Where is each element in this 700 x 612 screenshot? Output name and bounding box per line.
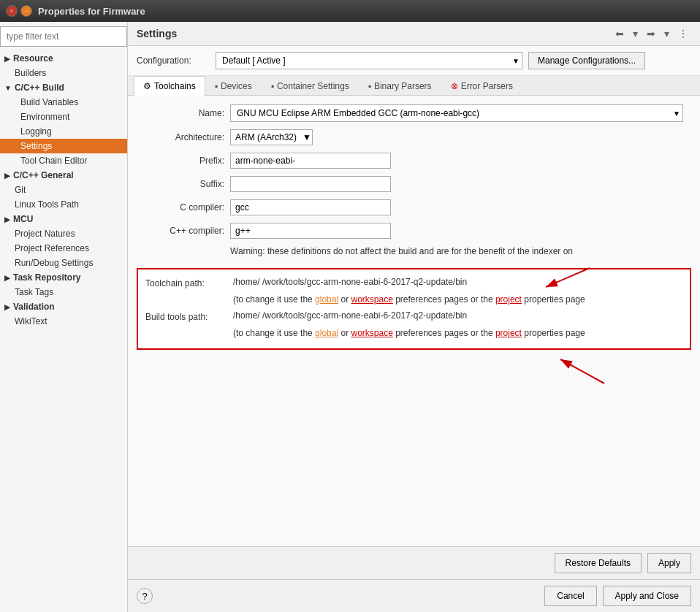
cpp-compiler-row: C++ compiler: xyxy=(137,223,691,239)
path-box-container: Toolchain path: /home/ /work/tools/gcc-a… xyxy=(137,268,691,350)
titlebar: × − Properties for Firmware xyxy=(0,0,700,22)
action-bar: ? Cancel Apply and Close xyxy=(128,579,700,612)
build-tools-path-row: Build tools path: /home/ /work/tools/gcc… xyxy=(145,310,682,322)
close-button[interactable]: × xyxy=(6,5,18,17)
window-controls[interactable]: × − xyxy=(6,5,32,17)
dropdown-forward-button[interactable]: ▾ xyxy=(661,26,672,41)
sidebar-item-logging[interactable]: Logging xyxy=(0,124,127,139)
sidebar-item-task-repository[interactable]: ▶ Task Repository xyxy=(0,270,127,285)
apply-button[interactable]: Apply xyxy=(647,553,691,573)
c-compiler-input[interactable] xyxy=(230,199,391,215)
sidebar-item-build-variables[interactable]: Build Variables xyxy=(0,95,127,110)
sidebar-item-resource[interactable]: ▶ Resource xyxy=(0,51,127,66)
forward-button[interactable]: ➡ xyxy=(644,26,658,41)
toolchain-path-label: Toolchain path: xyxy=(145,277,233,288)
triangle-icon: ▶ xyxy=(4,172,10,180)
triangle-icon: ▶ xyxy=(4,303,10,311)
sidebar-item-run-debug[interactable]: Run/Debug Settings xyxy=(0,256,127,270)
tab-container-settings[interactable]: ▪ Container Settings xyxy=(262,76,359,96)
toolchain-path-hint: (to change it use the global or workspac… xyxy=(145,294,682,305)
header-icons: ⬅ ▾ ➡ ▾ ⋮ xyxy=(612,26,691,41)
architecture-select[interactable]: ARM (AArch32) xyxy=(230,129,313,145)
suffix-row: Suffix: xyxy=(137,176,691,192)
toolchain-path-value: /home/ /work/tools/gcc-arm-none-eabi-6-2… xyxy=(233,277,467,287)
window-title: Properties for Firmware xyxy=(38,6,145,17)
restore-defaults-button[interactable]: Restore Defaults xyxy=(555,553,642,573)
sidebar-item-cpp-general[interactable]: ▶ C/C++ General xyxy=(0,168,127,183)
help-button[interactable]: ? xyxy=(137,588,153,604)
minimize-button[interactable]: − xyxy=(20,5,32,17)
cpp-compiler-input[interactable] xyxy=(230,223,391,239)
sidebar-item-cpp-build[interactable]: ▼ C/C++ Build xyxy=(0,80,127,95)
build-tools-global-link[interactable]: global xyxy=(315,328,338,338)
triangle-icon: ▶ xyxy=(4,55,10,63)
container-settings-icon: ▪ xyxy=(271,81,274,91)
binary-parsers-icon: ▪ xyxy=(368,81,371,91)
form-content: Name: GNU MCU Eclipse ARM Embedded GCC (… xyxy=(128,96,700,546)
build-tools-path-value: /home/ /work/tools/gcc-arm-none-eabi-6-2… xyxy=(233,310,467,321)
prefix-input[interactable] xyxy=(230,153,391,169)
sidebar-item-project-natures[interactable]: Project Natures xyxy=(0,226,127,241)
build-tools-workspace-link[interactable]: workspace xyxy=(351,328,392,338)
content-area: Settings ⬅ ▾ ➡ ▾ ⋮ Configuration: Defaul… xyxy=(128,22,700,612)
sidebar-item-mcu[interactable]: ▶ MCU xyxy=(0,212,127,226)
path-box: Toolchain path: /home/ /work/tools/gcc-a… xyxy=(137,268,691,350)
triangle-icon: ▶ xyxy=(4,215,10,223)
toolchain-path-row: Toolchain path: /home/ /work/tools/gcc-a… xyxy=(145,277,682,288)
configuration-row: Configuration: Default [ Active ] ▼ Mana… xyxy=(128,46,700,76)
devices-icon: ▪ xyxy=(215,81,218,91)
sidebar-item-wikitext[interactable]: WikiText xyxy=(0,314,127,329)
toolchain-global-link[interactable]: global xyxy=(315,294,338,305)
build-tools-path-hint: (to change it use the global or workspac… xyxy=(145,328,682,338)
warning-text: Warning: these definitions do not affect… xyxy=(137,246,691,256)
name-label: Name: xyxy=(137,108,224,118)
sidebar-item-task-tags[interactable]: Task Tags xyxy=(0,285,127,299)
architecture-row: Architecture: ARM (AArch32) ▼ xyxy=(137,129,691,145)
configuration-label: Configuration: xyxy=(137,56,210,66)
sidebar-item-environment[interactable]: Environment xyxy=(0,110,127,124)
architecture-control: ARM (AArch32) ▼ xyxy=(230,129,311,145)
prefix-label: Prefix: xyxy=(137,156,224,166)
triangle-icon: ▶ xyxy=(4,274,10,282)
sidebar-item-tool-chain-editor[interactable]: Tool Chain Editor xyxy=(0,153,127,168)
error-parsers-icon: ⊗ xyxy=(451,81,458,91)
sidebar-item-git[interactable]: Git xyxy=(0,183,127,197)
c-compiler-row: C compiler: xyxy=(137,199,691,215)
tab-devices[interactable]: ▪ Devices xyxy=(205,76,262,96)
cpp-compiler-label: C++ compiler: xyxy=(137,226,224,236)
action-buttons: Cancel Apply and Close xyxy=(544,586,691,606)
toolchain-workspace-link[interactable]: workspace xyxy=(351,294,392,305)
filter-input[interactable] xyxy=(0,26,127,47)
triangle-icon: ▼ xyxy=(4,84,12,92)
c-compiler-label: C compiler: xyxy=(137,202,224,213)
toolchain-project-link[interactable]: project xyxy=(495,294,522,305)
build-tools-path-label: Build tools path: xyxy=(145,310,233,322)
sidebar-item-linux-tools-path[interactable]: Linux Tools Path xyxy=(0,197,127,212)
sidebar-item-builders[interactable]: Builders xyxy=(0,66,127,80)
dropdown-back-button[interactable]: ▾ xyxy=(630,26,641,41)
tab-toolchains[interactable]: ⚙ Toolchains xyxy=(134,76,205,96)
menu-button[interactable]: ⋮ xyxy=(675,26,691,41)
settings-header: Settings ⬅ ▾ ➡ ▾ ⋮ xyxy=(128,22,700,46)
cancel-button[interactable]: Cancel xyxy=(544,586,596,606)
build-tools-project-link[interactable]: project xyxy=(495,328,522,338)
svg-line-3 xyxy=(560,359,604,383)
tab-error-parsers[interactable]: ⊗ Error Parsers xyxy=(441,76,522,96)
back-button[interactable]: ⬅ xyxy=(612,26,627,41)
sidebar-item-settings[interactable]: Settings xyxy=(0,139,127,153)
manage-configurations-button[interactable]: Manage Configurations... xyxy=(528,52,645,69)
suffix-label: Suffix: xyxy=(137,179,224,189)
restore-apply-bar: Restore Defaults Apply xyxy=(128,546,700,579)
sidebar-item-validation[interactable]: ▶ Validation xyxy=(0,299,127,314)
apply-close-button[interactable]: Apply and Close xyxy=(603,586,691,606)
suffix-input[interactable] xyxy=(230,176,391,192)
sidebar-item-project-references[interactable]: Project References xyxy=(0,241,127,256)
name-select[interactable]: GNU MCU Eclipse ARM Embedded GCC (arm-no… xyxy=(230,104,683,122)
settings-title: Settings xyxy=(137,28,177,39)
tab-binary-parsers[interactable]: ▪ Binary Parsers xyxy=(359,76,441,96)
toolchains-icon: ⚙ xyxy=(143,81,151,91)
architecture-label: Architecture: xyxy=(137,132,224,142)
name-row: Name: GNU MCU Eclipse ARM Embedded GCC (… xyxy=(137,104,691,122)
configuration-select[interactable]: Default [ Active ] xyxy=(216,52,522,69)
prefix-row: Prefix: xyxy=(137,153,691,169)
